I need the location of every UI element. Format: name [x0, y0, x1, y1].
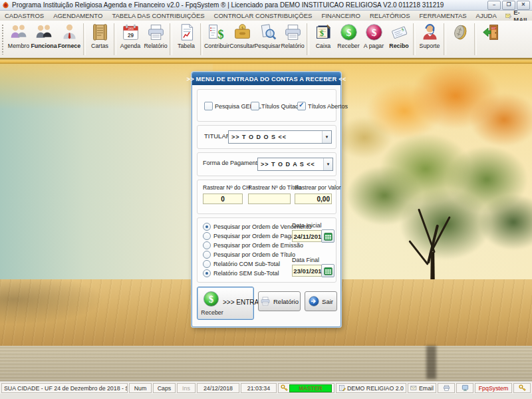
entrar-button[interactable]: $ Receber >>> ENTRAR — [197, 287, 254, 320]
toolbar-caixa-button[interactable]: $ Caixa — [311, 22, 336, 57]
menu-item-ferramentas[interactable]: FERRAMENTAS — [415, 12, 471, 19]
contribution-list-icon: $ — [207, 23, 227, 42]
data-inicial-calendar-button[interactable] — [321, 229, 334, 243]
supplier-icon — [60, 23, 79, 42]
status-num: Num — [129, 383, 152, 393]
toolbar-separator — [170, 23, 172, 55]
minimize-button[interactable]: – — [487, 1, 501, 10]
status-company-cell: DEMO RELIGIAO 2.0 — [336, 383, 406, 393]
menu-bar: CADASTROS AGENDAMENTO TABELA DAS CONTRIB… — [0, 11, 532, 21]
calendar-icon: JAN 29 — [121, 23, 140, 42]
receipt-icon: $ — [390, 23, 409, 42]
svg-text:$: $ — [209, 294, 213, 305]
printer-icon — [146, 23, 166, 42]
checkbox-titulos-abertos[interactable]: Títulos Abertos — [297, 102, 348, 110]
toolbar-membro-button[interactable]: Membro — [6, 22, 31, 57]
toolbar-grip — [1, 24, 5, 55]
menu-item-relatorios[interactable]: RELATÓRIOS — [365, 12, 415, 19]
status-ins: Ins — [177, 383, 196, 393]
rastrear-valor-input[interactable] — [295, 194, 332, 204]
status-printer-cell[interactable] — [438, 383, 455, 393]
menu-item-ajuda[interactable]: AJUDA — [471, 12, 501, 19]
radio-relatorio-sem-subtotal[interactable]: Relatório SEM Sub-Total — [203, 269, 279, 277]
trunk-reflection — [426, 346, 436, 379]
status-email-cell[interactable]: Email — [408, 383, 436, 393]
chevron-down-icon: ▼ — [322, 131, 331, 143]
radio-icon — [203, 232, 211, 240]
toolbar-agenda-button[interactable]: JAN 29 Agenda — [118, 22, 143, 57]
support-headset-icon — [420, 23, 440, 42]
menu-item-financeiro[interactable]: FINANCEIRO — [317, 12, 365, 19]
toolbar-recibo-button[interactable]: $ Recibo — [386, 22, 412, 57]
toolbar-moeda-button[interactable] — [448, 22, 473, 57]
svg-text:29: 29 — [127, 33, 134, 39]
rastrear-titulo-input[interactable] — [248, 194, 291, 204]
toolbar-consultar-button[interactable]: $ Consultar — [229, 22, 255, 57]
forma-pagamento-combobox[interactable]: >> T O D A S << ▼ — [257, 158, 333, 171]
status-bar: SUA CIDADE - UF 24 de Dezembro de 2018 -… — [0, 381, 532, 394]
toolbar-pesquisar-button[interactable]: Pesquisar — [255, 22, 280, 57]
radio-ordem-titulo[interactable]: Pesquisar por Ordem de Título — [203, 251, 295, 259]
data-final-calendar-button[interactable] — [321, 264, 334, 277]
coin-icon — [451, 23, 470, 42]
toolbar-fornecedor-button[interactable]: Fornece — [57, 22, 82, 57]
status-brand: FpqSystem — [475, 383, 512, 393]
menu-item-agendamento[interactable]: AGENDAMENTO — [49, 12, 107, 19]
radio-icon — [203, 241, 211, 249]
exit-arrow-icon — [309, 296, 319, 307]
data-final-label: Data Final — [292, 257, 319, 263]
toolbar-funcionario-button[interactable]: Funciona — [31, 22, 57, 57]
toolbar-tabela-button[interactable]: Tabela — [174, 22, 199, 57]
status-date: 24/12/2018 — [197, 383, 239, 393]
menu-item-cadastros[interactable]: CADASTROS — [0, 12, 49, 19]
radio-relatorio-com-subtotal[interactable]: Relatório COM Sub-Total — [203, 260, 280, 268]
toolbar-exit-button[interactable]: EXIT — [478, 22, 503, 57]
toolbar-apagar-button[interactable]: $ A pagar — [361, 22, 386, 57]
contas-a-receber-dialog: >> MENU DE ENTRADA DO CONTAS A RECEBER <… — [192, 72, 341, 327]
status-location: SUA CIDADE - UF 24 de Dezembro de 2018 -… — [1, 383, 128, 393]
radio-icon — [203, 260, 211, 268]
printer-icon — [283, 23, 303, 42]
toolbar-suporte-button[interactable]: Suporte — [417, 22, 442, 57]
toolbar-separator — [200, 23, 203, 55]
toolbar-separator — [413, 23, 416, 55]
svg-text:$: $ — [371, 27, 376, 38]
toolbar-relatorio-agenda-button[interactable]: Relatório — [143, 22, 168, 57]
toolbar-cartas-button[interactable]: Cartas — [87, 22, 112, 57]
radio-icon — [203, 223, 211, 231]
checkbox-icon — [204, 102, 213, 110]
calendar-icon — [324, 267, 332, 275]
toolbar-contribuir-button[interactable]: $ Contribuir — [204, 22, 229, 57]
status-monitor-cell[interactable] — [456, 383, 473, 393]
window-title: Programa Instituição Religiosa Agenda e … — [12, 1, 487, 9]
rastrear-ch-input[interactable] — [203, 194, 243, 204]
titular-label: TITULAR — [204, 132, 231, 140]
toolbar-relatorio-financeiro-button[interactable]: Relatório — [280, 22, 305, 57]
menu-item-tabela-contribuicoes[interactable]: TABELA DAS CONTRIBUIÇÕES — [107, 12, 209, 19]
email-icon — [505, 12, 511, 20]
app-window: Programa Instituição Religiosa Agenda e … — [0, 0, 532, 399]
exit-door-icon: EXIT — [481, 23, 501, 42]
relatorio-button[interactable]: Relatório — [258, 291, 301, 311]
key-icon — [519, 384, 526, 392]
menu-item-controlar-contribuicoes[interactable]: CONTROLAR CONSTRIBUIÇÕES — [209, 12, 317, 19]
titular-combobox[interactable]: >> T O D O S << ▼ — [228, 130, 332, 144]
scroll-icon — [90, 23, 110, 42]
forma-pagamento-label: Forma de Pagamento — [203, 160, 261, 166]
toolbar-receber-button[interactable]: $ Receber — [336, 22, 361, 57]
money-drawer-icon: $ — [233, 23, 252, 42]
note-icon — [338, 384, 346, 392]
receive-money-icon: $ — [339, 23, 358, 42]
status-key-cell[interactable] — [513, 383, 531, 393]
svg-text:$: $ — [346, 27, 351, 38]
toolbar: Membro Funciona Fornece — [0, 21, 532, 60]
checkbox-icon — [251, 102, 259, 110]
app-logo-icon — [2, 1, 9, 9]
rastrear-valor-label: Rastrear por Valor — [295, 184, 341, 191]
toolbar-separator — [307, 23, 309, 55]
sair-button[interactable]: Sair — [305, 291, 337, 311]
ordenacao-group: Pesquisar por Ordem de Vencimento Pesqui… — [197, 217, 336, 283]
toolbar-separator — [114, 23, 116, 55]
toolbar-separator — [83, 23, 86, 55]
radio-ordem-emissao[interactable]: Pesquisar por Ordem de Emissão — [203, 241, 303, 249]
